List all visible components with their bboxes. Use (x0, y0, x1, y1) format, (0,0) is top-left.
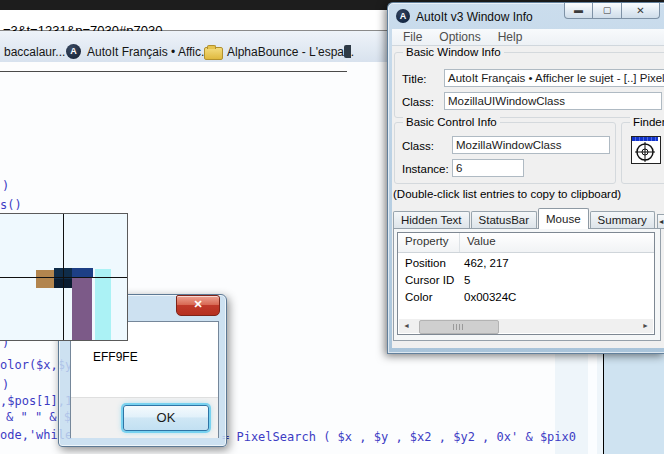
info-tab-strip: Hidden Text StatusBar Mouse Summary ◄ ► (393, 209, 661, 229)
ok-button[interactable]: OK (123, 405, 209, 431)
cell-value: 5 (464, 274, 470, 286)
clipboard-hint-text: (Double-click list entries to copy to cl… (393, 188, 621, 200)
tab-scroll-left-icon[interactable]: ◄ (657, 214, 664, 229)
listview-header: Property Value (398, 233, 654, 253)
screenshot-stage: =3&t=1231&p=7030#p7030 baccalaur... A Au… (0, 0, 664, 454)
property-listview: Property Value Position 462, 217 Cursor … (397, 232, 655, 335)
table-row-cursor-id[interactable]: Cursor ID 5 (398, 273, 654, 290)
code-line: s() (0, 198, 22, 212)
basic-control-info-group: Basic Control Info Class: MozillaWindowC… (394, 122, 616, 184)
clipped-toolbar-row (0, 62, 347, 72)
autoit-window-info-window: A AutoIt v3 Window Info ▬ ▢ ✕ File Optio… (387, 2, 664, 354)
instance-field[interactable]: 6 (452, 159, 524, 177)
msgbox-footer: OK (71, 397, 218, 438)
close-icon[interactable]: ✕ (176, 295, 220, 316)
finder-tool-icon[interactable] (631, 136, 661, 164)
menu-options[interactable]: Options (439, 30, 480, 44)
code-line: ) (2, 378, 9, 392)
code-line-pixelsearch: = PixelSearch ( $x , $y , $x2 , $y2 , 0x… (222, 430, 576, 444)
window-title-field[interactable]: AutoIt Français • Afficher le sujet - [.… (444, 69, 664, 87)
title-label: Title: (402, 73, 427, 85)
window-client-area: Basic Window Info Title: AutoIt Français… (392, 46, 664, 348)
browser-tab-autoit-francais[interactable]: AutoIt Français • Affic... (87, 45, 211, 59)
finder-tool-group: Finder T (621, 122, 664, 184)
menu-file[interactable]: File (403, 30, 422, 44)
crosshair-target-icon (632, 142, 658, 162)
clipped-favicon-icon (344, 45, 351, 58)
pixel-block-cyan (95, 269, 111, 340)
pixel-block-purple (72, 277, 92, 340)
close-button[interactable]: ✕ (622, 3, 660, 19)
restore-button[interactable]: ▢ (593, 3, 622, 19)
scroll-left-icon[interactable]: ◄ (399, 319, 414, 333)
column-header-value[interactable]: Value (460, 233, 654, 252)
cell-value: 0x00324C (464, 291, 516, 303)
crosshair-horizontal-line (0, 277, 127, 278)
window-class-field[interactable]: MozillaUIWindowClass (444, 92, 662, 110)
tab-summary[interactable]: Summary (590, 211, 655, 229)
control-class-field[interactable]: MozillaWindowClass (452, 136, 610, 154)
cell-value: 462, 217 (464, 257, 509, 269)
address-bar[interactable]: =3&t=1231&p=7030#p7030 (0, 10, 392, 31)
table-row-color[interactable]: Color 0x00324C (398, 290, 654, 307)
window-title: AutoIt v3 Window Info (416, 10, 533, 24)
pixel-block-blue (72, 268, 93, 277)
code-line: ) (2, 179, 9, 193)
class-label: Class: (402, 96, 434, 108)
tab-hidden-text[interactable]: Hidden Text (393, 211, 470, 229)
finder-icon-titlebar (632, 137, 658, 141)
mouse-tab-panel: Property Value Position 462, 217 Cursor … (393, 228, 661, 341)
autoit-app-icon: A (396, 9, 410, 23)
msgbox-message: EFF9FE (93, 350, 138, 364)
minimize-button[interactable]: ▬ (564, 3, 593, 19)
scrollbar-thumb[interactable] (419, 320, 499, 334)
horizontal-scrollbar[interactable]: ◄ ► (399, 319, 653, 333)
cell-property: Cursor ID (405, 274, 454, 286)
browser-tab-row: baccalaur... A AutoIt Français • Affic..… (0, 31, 392, 62)
control-class-label: Class: (402, 140, 434, 152)
pixel-block-brown (36, 270, 54, 288)
page-blue-area (604, 352, 664, 454)
group-legend: Basic Window Info (403, 46, 504, 58)
tab-mouse[interactable]: Mouse (538, 208, 589, 229)
scrollbar-grip (453, 324, 464, 330)
folder-icon (204, 47, 223, 60)
tab-statusbar[interactable]: StatusBar (471, 211, 538, 229)
page-scrollbar-strip[interactable] (588, 352, 597, 454)
group-legend: Finder T (630, 116, 664, 128)
instance-label: Instance: (402, 163, 449, 175)
scroll-right-icon[interactable]: ► (638, 319, 653, 333)
browser-tab-alphabounce[interactable]: AlphaBounce - L'espa... (227, 45, 354, 59)
menu-bar: File Options Help (392, 29, 664, 46)
caption-buttons: ▬ ▢ ✕ (564, 3, 660, 20)
autoit-favicon-icon: A (66, 44, 81, 59)
menu-help[interactable]: Help (498, 30, 523, 44)
browser-tab-baccalaur[interactable]: baccalaur... (4, 45, 65, 59)
column-header-property[interactable]: Property (398, 233, 460, 252)
group-legend: Basic Control Info (403, 116, 500, 128)
cell-property: Position (405, 257, 446, 269)
table-row-position[interactable]: Position 462, 217 (398, 256, 654, 273)
pixel-zoom-canvas (0, 213, 128, 341)
basic-window-info-group: Basic Window Info Title: AutoIt Français… (394, 52, 664, 118)
cell-property: Color (405, 291, 432, 303)
